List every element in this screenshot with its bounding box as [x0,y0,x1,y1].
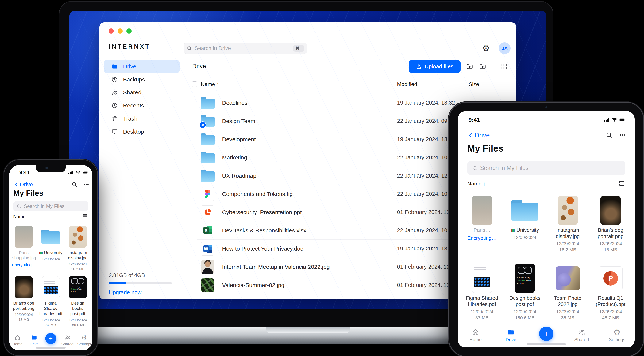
photo-autumn-thumbnail [558,196,578,225]
sidebar-item-trash[interactable]: Trash [104,112,180,125]
grid-item[interactable]: Instagram display.jpg12/09/202416.2 MB [64,226,91,271]
nav-item-home[interactable]: Home [458,328,493,348]
powerpoint-icon: P [603,271,618,286]
battery-icon [620,118,625,122]
photo-leaves-thumbnail [201,278,214,292]
sidebar-item-recents[interactable]: Recents [104,99,180,112]
grid-item-name: Paris… [474,227,490,233]
shared-folder-badge-icon [199,121,206,129]
signal-icon [68,171,74,174]
grid-item[interactable]: PResults Q1 (Product).ppt12/09/202448.7 … [589,264,632,321]
people-icon [111,89,118,96]
sidebar-item-drive[interactable]: Drive [104,60,180,73]
thumb-wrap [42,226,60,248]
photo-paris-thumbnail [472,196,492,225]
list-view-toggle-icon[interactable] [618,180,625,187]
grid-view-button[interactable] [499,61,508,71]
select-all-checkbox[interactable] [192,81,197,87]
file-icon-box [200,169,215,183]
nav-item-settings[interactable]: ⚙Settings [599,328,635,348]
folder-icon [31,334,37,341]
grid-item[interactable]: 5 Books EveryDesigner NeedsTo ReadDesign… [504,264,546,321]
drive-search-input[interactable] [194,45,293,51]
back-button[interactable]: Drive [467,131,490,139]
grid-item-name: Design books post.pdf [66,301,90,317]
thumb-wrap [472,264,492,293]
search-action-icon[interactable] [606,131,613,139]
back-button[interactable]: Drive [13,181,33,188]
nav-item-label: Shared [61,342,74,346]
grid-item-date: 12/09/2024 [42,257,60,261]
file-modified-date: 19 January 2024. 13:25 [397,245,455,252]
grid-item[interactable]: Brian's dog portrait.png12/09/202418 MB [10,276,37,327]
column-header-name[interactable]: Name ↑ [201,81,219,87]
doc-books-thumbnail: 5 Books EveryDesigner NeedsTo Read [515,264,535,293]
photo-man-thumbnail [201,260,214,274]
signal-icon [604,118,610,122]
file-name: Components and Tokens.fig [222,191,292,197]
folder-icon [200,134,215,145]
internxt-logo: INTERNXT [109,43,150,50]
file-name: Cybersecurity_Presentation.ppt [222,209,302,215]
grid-item[interactable]: University12/09/2024 [504,196,546,253]
upload-folder-button[interactable] [465,61,474,71]
grid-item-date: 12/09/2024 [470,309,494,314]
file-modified-date: 22 January 2024. 10:08 [397,227,455,233]
grid-item[interactable]: Brian's dog portrait.png12/09/202418 MB [589,196,632,253]
grid-item-name: Paris Shopping.jpg [12,250,36,261]
grid-item[interactable]: Figma Shared Libraries.pdf12/09/202487 M… [37,276,64,327]
wifi-icon [76,171,81,174]
doc-figma-thumbnail [42,276,60,298]
file-name: Dev Tasks & Responsibilities.xlsx [222,227,306,234]
grid-item[interactable]: Paris…Encrypting… [460,196,504,253]
column-header-modified[interactable]: Modified [397,81,417,87]
search-bar[interactable] [13,201,88,211]
grid-item-date: 12/09/2024 [599,241,622,246]
user-avatar[interactable]: JA [499,42,510,54]
settings-gear-icon[interactable]: ⚙ [480,42,492,54]
grid-item[interactable]: Figma Shared Libraries.pdf12/09/202487 M… [460,264,504,321]
grid-item[interactable]: Team Photo 2022.jpg12/09/202435 MB [546,264,589,321]
plus-icon: + [45,333,56,344]
page-title: Drive [192,63,206,70]
sidebar-item-desktop[interactable]: Desktop [104,126,180,138]
search-bar[interactable] [467,161,625,175]
grid-item[interactable]: Instagram display.jpg12/09/202416.2 MB [546,196,589,253]
nav-item-label: Settings [609,337,625,342]
sort-by-name[interactable]: Name ↑ [467,181,486,187]
photo-dog-thumbnail [600,196,620,225]
column-header-size[interactable]: Size [469,81,479,87]
drive-search-bar[interactable]: ⌘F [184,43,307,54]
search-input[interactable] [24,203,88,209]
sidebar-item-shared[interactable]: Shared [104,86,180,99]
nav-item-shared[interactable]: Shared [564,328,599,348]
window-zoom-button[interactable] [126,28,132,34]
status-time: 9:41 [20,170,30,176]
window-minimize-button[interactable] [118,28,123,34]
search-input[interactable] [480,165,621,172]
grid-item[interactable]: 5 Books EveryDesigner NeedsTo ReadDesign… [64,276,91,327]
sort-by-name[interactable]: Name ↑ [13,214,29,219]
nav-item-home[interactable]: Home [9,334,26,351]
chevron-left-icon [13,182,19,187]
nav-item-settings[interactable]: ⚙Settings [76,334,92,351]
nav-item-drive[interactable]: Drive [493,328,528,348]
window-close-button[interactable] [108,28,114,34]
more-options-icon[interactable] [83,181,89,188]
new-folder-button[interactable] [478,61,488,71]
grid-item[interactable]: Paris Shopping.jpgEncrypting… [10,226,37,271]
grid-item-size: 16.2 MB [559,247,576,253]
grid-item-name: Figma Shared Libraries.pdf [38,301,63,317]
more-options-icon[interactable] [619,131,626,139]
upgrade-now-link[interactable]: Upgrade now [109,289,142,296]
upload-files-button[interactable]: Upload files [409,60,460,73]
encrypting-status: Encrypting… [12,263,36,268]
sidebar-item-backups[interactable]: Backups [104,73,180,86]
folder-icon [512,200,538,221]
grid-item[interactable]: University12/09/2024 [37,226,64,271]
nav-item-label: Home [12,342,22,346]
status-bar: 9:41 [467,117,625,123]
thumb-wrap: 5 Books EveryDesigner NeedsTo Read [515,264,535,293]
search-action-icon[interactable] [71,181,78,188]
list-view-toggle-icon[interactable] [82,213,88,219]
